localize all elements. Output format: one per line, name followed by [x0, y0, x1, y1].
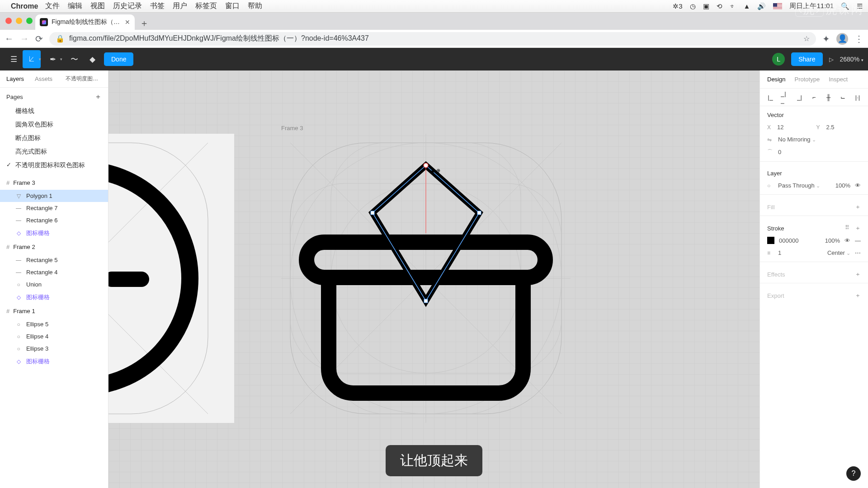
screenrec-icon[interactable]: ▣	[703, 2, 709, 10]
menu-help[interactable]: 帮助	[248, 1, 262, 11]
page-item[interactable]: 不透明度图标和双色图标	[0, 159, 108, 172]
add-export-icon[interactable]: ＋	[855, 291, 861, 300]
bend-tool-icon[interactable]: 〜	[65, 50, 83, 68]
page-item[interactable]: 圆角双色图标	[0, 118, 108, 131]
profile-avatar-icon[interactable]: 👤	[836, 33, 848, 45]
align-hcenter-icon[interactable]: ⎯|⎯	[781, 93, 789, 101]
chevron-down-icon[interactable]: ▾	[39, 57, 44, 61]
input-flag-icon[interactable]	[773, 3, 782, 9]
menu-bookmarks[interactable]: 书签	[150, 1, 165, 11]
stroke-opacity-input[interactable]: 100%	[825, 237, 840, 244]
zoom-level[interactable]: 2680% ▾	[840, 56, 863, 63]
layer-row[interactable]: —Rectangle 4	[0, 266, 108, 278]
bookmark-star-icon[interactable]: ☆	[803, 34, 810, 43]
close-window-icon[interactable]	[5, 18, 12, 24]
control-center-icon[interactable]: ☰	[857, 2, 863, 10]
chevron-down-icon[interactable]: ▾	[60, 57, 65, 61]
page-item[interactable]: 栅格线	[0, 104, 108, 118]
canvas-frame-label[interactable]: Frame 3	[281, 125, 303, 131]
minimize-window-icon[interactable]	[16, 18, 22, 24]
visibility-icon[interactable]: 👁	[844, 237, 850, 244]
user-switch-icon[interactable]: ▲	[744, 2, 750, 10]
present-icon[interactable]: ▷	[829, 56, 834, 63]
browser-menu-icon[interactable]: ⋮	[854, 33, 863, 44]
clock-icon[interactable]: ◷	[690, 2, 696, 10]
stroke-align-select[interactable]: Center	[827, 249, 850, 256]
layer-row[interactable]: ◇图标栅格	[0, 355, 108, 368]
main-menu-icon[interactable]: ☰	[5, 50, 23, 68]
add-stroke-icon[interactable]: ＋	[855, 224, 861, 232]
move-tool-icon[interactable]: ⟀	[23, 50, 41, 68]
layer-row[interactable]: ◇图标栅格	[0, 226, 108, 240]
volume-icon[interactable]: 🔊	[757, 2, 766, 10]
frame-header[interactable]: #Frame 1	[0, 304, 108, 318]
done-button[interactable]: Done	[104, 52, 133, 66]
blend-mode-select[interactable]: Pass Through	[778, 182, 820, 189]
add-page-icon[interactable]: ＋	[94, 92, 102, 102]
menu-file[interactable]: 文件	[45, 1, 60, 11]
breadcrumb[interactable]: 不透明度图标…	[66, 75, 102, 83]
stroke-advanced-icon[interactable]: ⋯	[855, 249, 861, 256]
nav-reload-icon[interactable]: ⟳	[35, 33, 43, 44]
extensions-icon[interactable]: ✦	[822, 33, 830, 44]
page-item[interactable]: 断点图标	[0, 131, 108, 145]
y-input[interactable]: 2.5	[826, 124, 849, 131]
wechat-icon[interactable]: ✲ 3	[673, 2, 682, 10]
menu-window[interactable]: 窗口	[225, 1, 240, 11]
x-input[interactable]: 12	[777, 124, 800, 131]
figma-canvas[interactable]: Frame 3	[108, 70, 760, 488]
menu-edit[interactable]: 编辑	[68, 1, 82, 11]
opacity-input[interactable]: 100%	[835, 182, 850, 189]
tab-assets[interactable]: Assets	[35, 75, 52, 82]
tab-layers[interactable]: Layers	[6, 75, 24, 82]
layer-row[interactable]: —Rectangle 6	[0, 214, 108, 226]
stroke-color-input[interactable]: 000000	[779, 237, 798, 244]
nav-back-icon[interactable]: ←	[5, 33, 14, 44]
align-top-icon[interactable]: ⌐	[810, 93, 818, 101]
maximize-window-icon[interactable]	[26, 18, 33, 24]
add-effect-icon[interactable]: ＋	[855, 270, 861, 278]
layer-row[interactable]: —Rectangle 7	[0, 202, 108, 214]
clock-text[interactable]: 周日上午11:01	[789, 2, 834, 10]
visibility-icon[interactable]: 👁	[855, 182, 861, 189]
app-name[interactable]: Chrome	[11, 2, 38, 10]
tab-inspect[interactable]: Inspect	[829, 76, 848, 83]
sync-icon[interactable]: ⟲	[717, 2, 722, 10]
paint-bucket-icon[interactable]: ◆	[83, 50, 101, 68]
wifi-icon[interactable]: ᯤ	[730, 2, 736, 10]
layer-row[interactable]: ○Ellipse 4	[0, 330, 108, 343]
layer-row[interactable]: ○Ellipse 3	[0, 343, 108, 355]
new-tab-button[interactable]: ＋	[137, 16, 151, 30]
frame-header[interactable]: #Frame 2	[0, 240, 108, 254]
stroke-weight-input[interactable]: 1	[778, 249, 801, 256]
layer-row[interactable]: ○Union	[0, 278, 108, 291]
align-left-icon[interactable]: |⎯	[766, 93, 774, 101]
stroke-swatch[interactable]	[767, 237, 774, 244]
nav-forward-icon[interactable]: →	[20, 33, 29, 44]
distribute-icon[interactable]: |·|	[854, 93, 862, 101]
tab-design[interactable]: Design	[767, 76, 785, 83]
user-avatar[interactable]: L	[772, 53, 785, 66]
corner-input[interactable]: 0	[778, 149, 801, 155]
spotlight-icon[interactable]: 🔍	[841, 2, 849, 10]
align-right-icon[interactable]: ⎯|	[795, 93, 803, 101]
layer-row[interactable]: —Rectangle 5	[0, 254, 108, 266]
browser-tab[interactable]: Figma绘制线性图标（一）– Fi… ✕	[35, 14, 135, 30]
help-button[interactable]: ?	[846, 466, 861, 481]
tab-close-icon[interactable]: ✕	[125, 19, 130, 26]
layer-row[interactable]: ◇图标栅格	[0, 291, 108, 304]
share-button[interactable]: Share	[791, 52, 822, 66]
add-fill-icon[interactable]: ＋	[855, 203, 861, 211]
frame-header[interactable]: #Frame 3	[0, 176, 108, 190]
menu-user[interactable]: 用户	[173, 1, 187, 11]
align-bottom-icon[interactable]: ⌙	[839, 93, 847, 101]
menu-history[interactable]: 历史记录	[113, 1, 142, 11]
url-field[interactable]: 🔒 figma.com/file/2DpoMHuf3dMYuEHJDnkgWJ/…	[49, 32, 816, 46]
stroke-style-icon[interactable]: ⠿	[845, 224, 849, 232]
layer-row[interactable]: ▽Polygon 1	[0, 190, 108, 202]
align-vcenter-icon[interactable]: ╫	[825, 93, 833, 101]
page-item[interactable]: 高光式图标	[0, 145, 108, 159]
menu-view[interactable]: 视图	[90, 1, 105, 11]
tab-prototype[interactable]: Prototype	[794, 76, 820, 83]
remove-stroke-icon[interactable]: —	[855, 237, 861, 244]
